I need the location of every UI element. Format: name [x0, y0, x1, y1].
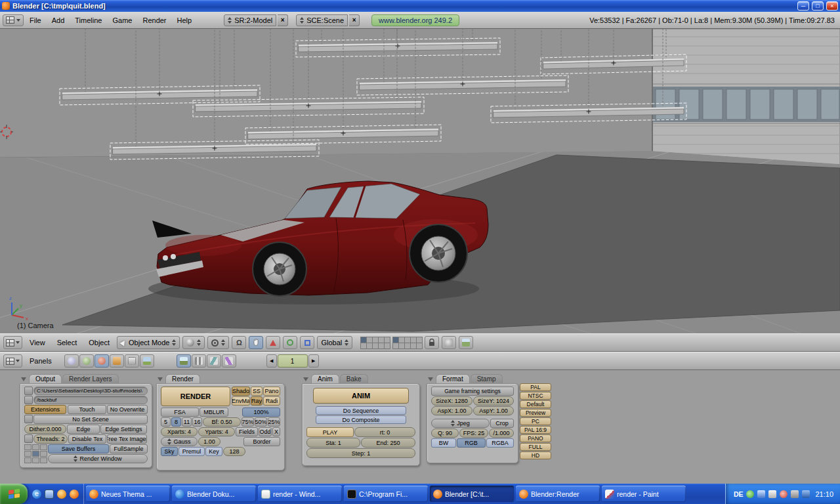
- file-format-dropdown[interactable]: Jpeg: [431, 419, 490, 428]
- menu-help[interactable]: Help: [173, 14, 197, 26]
- blender-version-link[interactable]: www.blender.org 249.2: [371, 14, 459, 26]
- tab-stamp[interactable]: Stamp: [471, 374, 503, 383]
- touch-toggle[interactable]: Touch: [68, 405, 106, 414]
- editor-type-button[interactable]: [3, 336, 22, 349]
- menu-file[interactable]: File: [25, 14, 46, 26]
- fsa-toggle[interactable]: FSA: [161, 408, 199, 417]
- render-window-position-grid[interactable]: [24, 444, 47, 464]
- ssao-toggle[interactable]: SS: [251, 387, 262, 396]
- octree-field[interactable]: 128: [223, 447, 245, 456]
- fps-base-field[interactable]: /1.000: [489, 429, 514, 438]
- tab-render[interactable]: Render: [165, 374, 200, 383]
- tray-network-icon[interactable]: [757, 490, 765, 498]
- rgb-toggle[interactable]: RGB: [457, 438, 486, 448]
- task-blender-doku[interactable]: Blender Doku...: [172, 486, 256, 502]
- editor-type-button[interactable]: [3, 354, 22, 368]
- shading-context-button[interactable]: [94, 354, 109, 368]
- ray-toggle[interactable]: Ray: [251, 396, 262, 406]
- key-toggle[interactable]: Key: [205, 447, 222, 456]
- info-editor-button[interactable]: [3, 14, 24, 26]
- size-75-button[interactable]: 75%: [242, 417, 254, 427]
- blur-factor-field[interactable]: Bf: 0.50: [203, 417, 241, 427]
- screen-selector[interactable]: SR:2-Model: [224, 14, 276, 26]
- play-button[interactable]: PLAY: [306, 427, 354, 437]
- minimize-button[interactable]: ─: [797, 1, 809, 10]
- task-paint[interactable]: render - Paint: [602, 486, 686, 502]
- preset-pal169[interactable]: PAL 16:9: [520, 426, 551, 434]
- mode-dropdown[interactable]: Object Mode: [117, 336, 180, 349]
- tray-volume-icon[interactable]: [768, 490, 776, 498]
- preset-hd[interactable]: HD: [520, 452, 551, 459]
- osa-16-button[interactable]: 16: [192, 417, 202, 427]
- menu-select[interactable]: Select: [52, 337, 82, 348]
- panel-collapse-icon[interactable]: [428, 377, 433, 381]
- menu-game[interactable]: Game: [108, 14, 136, 26]
- task-command-prompt[interactable]: C:\Program Fi...: [344, 486, 428, 502]
- do-sequence-toggle[interactable]: Do Sequence: [316, 406, 406, 415]
- sequencer-subcontext-button[interactable]: [192, 354, 206, 368]
- layer-buttons[interactable]: [360, 337, 422, 348]
- sound-subcontext-button[interactable]: [222, 354, 236, 368]
- garage-door[interactable]: [652, 29, 840, 175]
- xparts-field[interactable]: Xparts: 4: [161, 427, 198, 436]
- menu-render[interactable]: Render: [138, 14, 171, 26]
- extensions-toggle[interactable]: Extensions: [24, 405, 66, 414]
- scale-manipulator-button[interactable]: [300, 336, 314, 349]
- close-button[interactable]: ×: [826, 1, 838, 10]
- tray-update-icon[interactable]: [802, 490, 810, 498]
- fps-field[interactable]: FPS: 25: [459, 429, 488, 438]
- panel-collapse-icon[interactable]: [21, 377, 26, 381]
- bw-toggle[interactable]: BW: [431, 438, 456, 448]
- preset-pc[interactable]: PC: [520, 417, 551, 425]
- 3d-viewport[interactable]: x y z (1) Camera: [0, 29, 840, 333]
- menu-view[interactable]: View: [25, 337, 50, 348]
- full-sample-toggle[interactable]: FullSample: [110, 444, 148, 453]
- menu-panels[interactable]: Panels: [25, 355, 56, 367]
- tray-status-icon[interactable]: [746, 490, 754, 498]
- osa-8-button[interactable]: 8: [171, 417, 181, 427]
- menu-object[interactable]: Object: [84, 337, 114, 348]
- tab-output[interactable]: Output: [29, 374, 62, 383]
- manipulator-toggle-button[interactable]: [249, 336, 263, 349]
- panel-collapse-icon[interactable]: [158, 377, 163, 381]
- quality-field[interactable]: Q: 90: [431, 429, 459, 438]
- orientation-dropdown[interactable]: Global: [317, 336, 352, 349]
- 3d-scene[interactable]: x y z: [0, 29, 840, 333]
- asp-y-field[interactable]: AspY: 1.00: [473, 406, 514, 415]
- menu-add[interactable]: Add: [47, 14, 70, 26]
- size-y-field[interactable]: SizeY: 1024: [473, 396, 514, 406]
- translate-manipulator-button[interactable]: [266, 336, 280, 349]
- layer-grid-2[interactable]: [392, 337, 422, 348]
- task-render-window[interactable]: render - Wind...: [258, 486, 342, 502]
- rt-field[interactable]: rt: 0: [354, 427, 415, 437]
- set-scene-icon[interactable]: [24, 415, 33, 423]
- logic-context-button[interactable]: [64, 354, 79, 368]
- do-composite-toggle[interactable]: Do Composite: [316, 415, 406, 424]
- quick-launch-ie-icon[interactable]: e: [32, 490, 41, 499]
- asp-x-field[interactable]: AspX: 1.00: [431, 406, 472, 415]
- rgba-toggle[interactable]: RGBA: [486, 438, 514, 448]
- rotate-manipulator-button[interactable]: [283, 336, 297, 349]
- tab-format[interactable]: Format: [436, 374, 470, 383]
- preset-preview[interactable]: Preview: [520, 409, 551, 417]
- layer-grid-1[interactable]: [360, 337, 390, 348]
- envmap-toggle[interactable]: EnvMa: [232, 396, 250, 406]
- threads-field[interactable]: Threads: 2: [33, 434, 68, 444]
- quick-launch-firefox-icon[interactable]: [70, 490, 79, 499]
- tab-render-layers[interactable]: Render Layers: [62, 374, 119, 383]
- edge-settings-button[interactable]: Edge Settings: [100, 425, 147, 434]
- start-frame-field[interactable]: Sta: 1: [306, 438, 360, 448]
- no-set-scene-dropdown[interactable]: No Set Scene: [33, 415, 148, 424]
- render-subcontext-button[interactable]: [177, 354, 191, 368]
- tab-bake[interactable]: Bake: [340, 374, 368, 383]
- scene-selector[interactable]: SCE:Scene: [296, 14, 348, 26]
- scene-context-button[interactable]: [140, 354, 154, 368]
- preset-default[interactable]: Default: [520, 400, 551, 408]
- scene-delete-button[interactable]: ×: [349, 14, 360, 26]
- threads-icon[interactable]: [24, 434, 33, 443]
- maximize-button[interactable]: □: [812, 1, 824, 10]
- frame-number-field[interactable]: 1: [278, 354, 308, 368]
- osa-11-button[interactable]: 11: [182, 417, 192, 427]
- proportional-edit-button[interactable]: Ω: [232, 336, 246, 349]
- render-window-dropdown[interactable]: Render Window: [48, 454, 148, 463]
